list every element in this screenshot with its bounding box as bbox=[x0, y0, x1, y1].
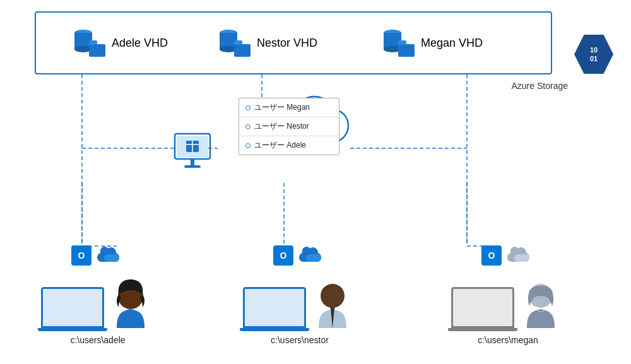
megan-laptop bbox=[451, 287, 517, 331]
nestor-outlook-icon: O bbox=[273, 245, 293, 266]
user-dot-adele bbox=[245, 143, 251, 148]
user-panel: ユーザー Megan ユーザー Nestor ユーザー Adele bbox=[239, 98, 339, 155]
megan-outlook-icon: O bbox=[481, 245, 502, 266]
svg-rect-19 bbox=[234, 44, 251, 57]
megan-vhd: Megan VHD bbox=[383, 28, 483, 58]
nestor-avatar bbox=[309, 268, 357, 331]
adele-station: O bbox=[25, 245, 170, 345]
svg-point-34 bbox=[321, 284, 345, 308]
computer-icon bbox=[172, 132, 216, 176]
megan-onedrive-icon bbox=[507, 245, 534, 264]
nestor-station: O c:\users\nest bbox=[227, 245, 372, 345]
nestor-vhd-icon bbox=[219, 28, 252, 58]
user-label-nestor: ユーザー Nestor bbox=[254, 121, 309, 132]
nestor-onedrive-icon bbox=[298, 245, 326, 264]
adele-outlook-icon: O bbox=[71, 245, 91, 266]
megan-station: O c:\users\megan bbox=[435, 245, 581, 345]
megan-laptop-person bbox=[451, 268, 565, 331]
megan-vhd-icon bbox=[383, 28, 416, 58]
nestor-path: c:\users\nestor bbox=[271, 335, 329, 345]
user-row-megan: ユーザー Megan bbox=[239, 98, 339, 117]
svg-rect-24 bbox=[398, 44, 415, 57]
user-dot-nestor bbox=[245, 124, 251, 129]
megan-app-icons: O bbox=[481, 245, 534, 266]
adele-path: c:\users\adele bbox=[70, 335, 125, 345]
storage-box: Adele VHD Nestor VHD Megan VHD bbox=[35, 11, 552, 74]
adele-laptop bbox=[41, 287, 107, 331]
megan-path: c:\users\megan bbox=[478, 335, 538, 345]
svg-rect-20 bbox=[234, 40, 242, 45]
blob-storage-icon: 10 01 bbox=[574, 35, 613, 74]
adele-vhd-icon bbox=[74, 28, 107, 58]
adele-onedrive-icon bbox=[97, 245, 124, 264]
adele-vhd: Adele VHD bbox=[74, 28, 168, 58]
user-row-adele: ユーザー Adele bbox=[239, 136, 339, 155]
nestor-vhd-label: Nestor VHD bbox=[257, 37, 317, 50]
nestor-laptop-person bbox=[243, 268, 357, 331]
hex-line2: 01 bbox=[590, 54, 598, 63]
nestor-app-icons: O bbox=[273, 245, 326, 266]
svg-rect-32 bbox=[184, 165, 201, 168]
user-label-adele: ユーザー Adele bbox=[254, 140, 306, 151]
adele-vhd-label: Adele VHD bbox=[112, 37, 168, 50]
azure-storage-label: Azure Storage bbox=[512, 81, 569, 91]
nestor-laptop bbox=[243, 287, 309, 331]
megan-avatar bbox=[517, 268, 565, 331]
user-dot-megan bbox=[245, 105, 251, 110]
adele-avatar bbox=[107, 268, 155, 331]
svg-rect-14 bbox=[89, 44, 105, 57]
user-row-nestor: ユーザー Nestor bbox=[239, 117, 339, 136]
svg-rect-31 bbox=[191, 159, 194, 165]
adele-laptop-person bbox=[41, 268, 155, 331]
user-label-megan: ユーザー Megan bbox=[254, 102, 310, 113]
hex-line1: 10 bbox=[590, 45, 598, 54]
nestor-vhd: Nestor VHD bbox=[219, 28, 317, 58]
adele-app-icons: O bbox=[71, 245, 124, 266]
diagram: Adele VHD Nestor VHD Megan VHD bbox=[0, 0, 631, 364]
megan-vhd-label: Megan VHD bbox=[421, 37, 483, 50]
svg-rect-15 bbox=[89, 40, 97, 45]
svg-rect-25 bbox=[398, 40, 406, 45]
